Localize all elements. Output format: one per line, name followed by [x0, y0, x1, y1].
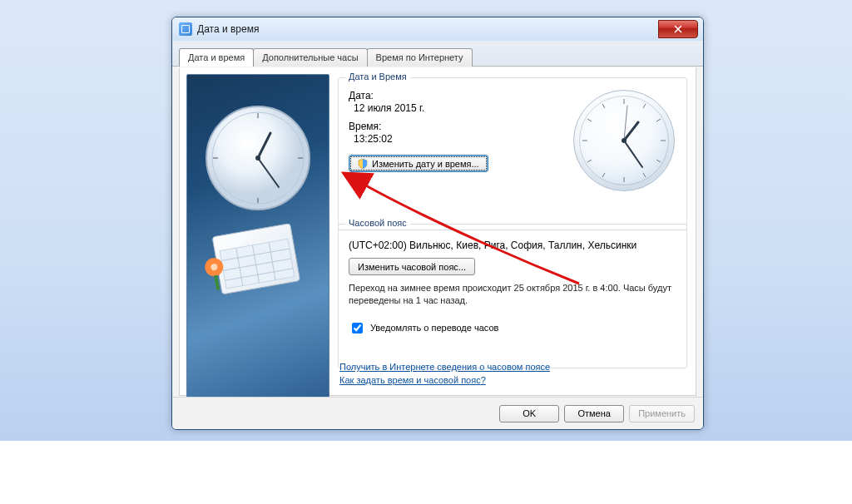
close-icon: [674, 25, 682, 33]
group-datetime-title: Дата и Время: [345, 72, 410, 82]
change-timezone-button[interactable]: Изменить часовой пояс...: [349, 258, 475, 275]
tab-internet-time[interactable]: Время по Интернету: [367, 48, 473, 67]
svg-line-26: [656, 160, 661, 162]
change-datetime-label: Изменить дату и время...: [372, 159, 479, 169]
dialog-body: Дата и Время Дата: 12 июля 2015 г. Время…: [179, 67, 696, 396]
dialog-footer: OK Отмена Применить: [172, 397, 703, 429]
dst-note: Переход на зимнее время происходит 25 ок…: [349, 282, 676, 307]
svg-line-31: [602, 104, 605, 108]
svg-line-28: [602, 173, 605, 177]
link-learn-timezone[interactable]: Получить в Интернете сведения о часовом …: [339, 362, 686, 372]
title-bar[interactable]: Дата и время: [172, 17, 703, 41]
svg-line-32: [624, 122, 638, 141]
tab-strip: Дата и время Дополнительные часы Время п…: [172, 41, 703, 67]
close-button[interactable]: [658, 20, 698, 38]
svg-line-29: [587, 160, 592, 162]
analog-clock: [573, 90, 675, 191]
group-datetime: Дата и Время Дата: 12 июля 2015 г. Время…: [338, 77, 687, 230]
change-datetime-button[interactable]: Изменить дату и время...: [349, 155, 488, 172]
svg-line-25: [656, 119, 661, 121]
notify-dst-label: Уведомлять о переводе часов: [370, 323, 498, 333]
help-links: Получить в Интернете сведения о часовом …: [339, 358, 686, 385]
datetime-dialog: Дата и время Дата и время Дополнительные…: [171, 17, 704, 430]
app-icon: [179, 22, 192, 36]
timezone-value: (UTC+02:00) Вильнюс, Киев, Рига, София, …: [349, 240, 676, 251]
svg-line-27: [643, 173, 646, 177]
shield-icon: [358, 159, 368, 169]
apply-button[interactable]: Применить: [629, 405, 695, 422]
svg-point-8: [255, 156, 260, 161]
group-timezone-title: Часовой пояс: [345, 218, 410, 228]
change-timezone-label: Изменить часовой пояс...: [358, 262, 466, 272]
svg-line-30: [587, 119, 592, 121]
ok-button[interactable]: OK: [499, 405, 559, 422]
notify-dst-checkbox[interactable]: Уведомлять о переводе часов: [349, 320, 676, 336]
notify-dst-input[interactable]: [352, 323, 363, 334]
link-howto-set-time[interactable]: Как задать время и часовой пояс?: [339, 375, 686, 385]
svg-point-35: [622, 138, 627, 143]
svg-line-33: [624, 141, 642, 167]
tab-datetime[interactable]: Дата и время: [179, 48, 254, 67]
cancel-button[interactable]: Отмена: [564, 405, 624, 422]
svg-line-34: [624, 106, 627, 141]
window-title: Дата и время: [197, 23, 658, 35]
group-timezone: Часовой пояс (UTC+02:00) Вильнюс, Киев, …: [338, 224, 687, 368]
svg-line-24: [643, 104, 646, 108]
decorative-pane: [186, 74, 329, 404]
tab-additional-clocks[interactable]: Дополнительные часы: [253, 48, 367, 67]
